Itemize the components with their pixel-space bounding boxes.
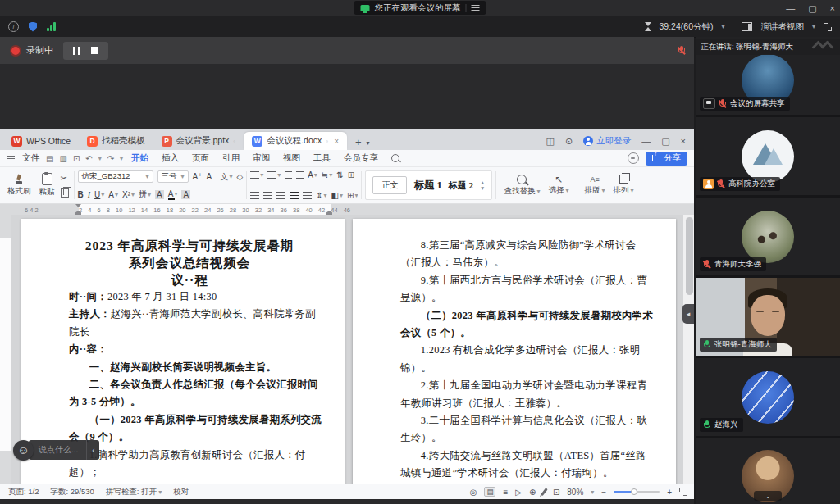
- timer-dropdown-caret[interactable]: ▾: [721, 23, 724, 30]
- split-view-icon[interactable]: ◫: [546, 136, 555, 147]
- borders-button[interactable]: ⊞▾: [347, 191, 358, 200]
- redo-icon[interactable]: ↷: [107, 154, 114, 163]
- text-effects-button[interactable]: 文▾: [220, 171, 232, 183]
- zoom-out-button[interactable]: −: [601, 488, 606, 497]
- wps-restore-button[interactable]: ▢: [661, 136, 669, 147]
- style-heading1[interactable]: 标题 1: [413, 179, 441, 193]
- decrease-font-button[interactable]: A⁻: [206, 172, 216, 181]
- zoom-level[interactable]: 80%: [567, 488, 583, 497]
- font-size-select[interactable]: 三号▾: [158, 170, 189, 183]
- align-distribute-button[interactable]: [303, 192, 312, 199]
- menu-insert[interactable]: 插入: [162, 152, 179, 164]
- web-view-icon[interactable]: ⊕: [529, 488, 536, 497]
- vertical-ruler[interactable]: [0, 215, 11, 484]
- word-count[interactable]: 字数: 29/530: [51, 487, 94, 497]
- meeting-info-icon[interactable]: i: [8, 21, 19, 32]
- arrange-button[interactable]: 排列▾: [609, 170, 638, 201]
- participant-tile-partial[interactable]: ⌄: [696, 438, 840, 504]
- font-name-select[interactable]: 仿宋_GB2312▾: [78, 170, 153, 183]
- tab-wps-home[interactable]: W WPS Office: [3, 132, 79, 150]
- minimize-button[interactable]: —: [786, 0, 795, 16]
- view-dropdown-caret[interactable]: ▾: [812, 23, 815, 30]
- bullets-button[interactable]: ▾: [250, 171, 263, 179]
- clear-format-button[interactable]: ◇: [236, 172, 243, 181]
- proofread-button[interactable]: 校对: [173, 487, 189, 497]
- print-icon[interactable]: ▥: [59, 154, 66, 163]
- wps-close-button[interactable]: ×: [681, 136, 686, 146]
- watching-screen-banner[interactable]: 您正在观看会议的屏幕: [354, 1, 486, 15]
- italic-button[interactable]: I: [88, 190, 90, 199]
- toolbar-caret[interactable]: ▾: [120, 155, 123, 162]
- cut-button[interactable]: ✂: [61, 174, 69, 183]
- sidebar-collapse-handle[interactable]: ◂: [682, 304, 694, 324]
- style-heading2[interactable]: 标题 2: [449, 179, 473, 192]
- zoom-in-button[interactable]: +: [667, 488, 672, 497]
- copy-button[interactable]: [61, 188, 69, 198]
- underline-button[interactable]: U▾: [94, 190, 104, 199]
- align-justify-button[interactable]: [290, 192, 299, 199]
- help-icon[interactable]: ⊙: [565, 136, 573, 147]
- main-menu-icon[interactable]: [7, 156, 15, 161]
- pinyin-guide-button[interactable]: 拼▾: [139, 188, 151, 200]
- collapse-chat-icon[interactable]: ‹: [86, 440, 99, 460]
- pause-recording-button[interactable]: [73, 47, 80, 55]
- menu-reference[interactable]: 引用: [222, 152, 240, 164]
- pin-icon[interactable]: ◦: [233, 138, 235, 145]
- view-mode-selector[interactable]: 演讲者视图: [760, 21, 804, 33]
- scroll-more-chevron[interactable]: ⌄: [754, 491, 782, 501]
- paste-button[interactable]: 粘贴: [35, 170, 59, 201]
- find-replace-button[interactable]: 查找替换▾: [500, 170, 544, 201]
- emoji-icon[interactable]: ☺: [13, 440, 34, 461]
- typeset-button[interactable]: A≡ 排版▾: [581, 170, 609, 201]
- zoom-caret[interactable]: ▾: [591, 488, 594, 496]
- message-icon[interactable]: [628, 152, 639, 164]
- banner-menu-icon[interactable]: [472, 5, 480, 11]
- new-tab-button[interactable]: +: [347, 136, 367, 150]
- tab-docer-templates[interactable]: D 找稻壳模板: [79, 132, 153, 150]
- outline-view-icon[interactable]: ≡: [503, 488, 508, 497]
- wps-minimize-button[interactable]: —: [641, 136, 651, 146]
- numbering-button[interactable]: ▾: [267, 171, 281, 179]
- undo-caret[interactable]: ▾: [98, 155, 102, 162]
- menu-file[interactable]: 文件: [22, 152, 39, 164]
- save-icon[interactable]: ▤: [46, 154, 53, 163]
- document-canvas[interactable]: 2023 年高原科学与可持续发展暑期 系列会议总结视频会 议··程 时··间：2…: [0, 215, 694, 484]
- format-painter-button[interactable]: 格式刷: [3, 170, 35, 201]
- security-shield-icon[interactable]: [29, 22, 37, 32]
- participant-tile-liqiang[interactable]: 青海师大李强: [696, 198, 840, 275]
- align-center-button[interactable]: [263, 192, 272, 199]
- undo-icon[interactable]: ↶: [85, 154, 92, 163]
- decrease-indent-button[interactable]: [285, 171, 292, 179]
- font-color-button[interactable]: A▾: [168, 189, 178, 200]
- network-signal-icon[interactable]: [47, 22, 56, 31]
- document-page-2[interactable]: 8.第三届“高原减灾与综合风险防御”学术研讨会（汇报人：马伟东）。 9.第十届西…: [353, 219, 676, 484]
- read-mode-icon[interactable]: ▷: [515, 488, 522, 497]
- increase-indent-button[interactable]: [296, 171, 304, 179]
- superscript-button[interactable]: X²▾: [122, 190, 135, 199]
- style-normal[interactable]: 正文: [372, 176, 407, 194]
- bold-button[interactable]: B: [78, 190, 84, 199]
- shading-button[interactable]: ◧▾: [331, 191, 343, 200]
- ink-pen-icon[interactable]: [541, 488, 548, 495]
- menu-tools[interactable]: 工具: [313, 152, 331, 164]
- maximize-button[interactable]: ▢: [808, 0, 816, 16]
- close-button[interactable]: ×: [830, 0, 835, 16]
- char-scale-button[interactable]: A▾: [308, 170, 317, 179]
- sort-button[interactable]: ⇅: [336, 170, 343, 179]
- chat-input[interactable]: 说点什么... ‹: [29, 440, 99, 460]
- zoom-slider[interactable]: [614, 491, 660, 493]
- fit-page-icon[interactable]: ⊡: [553, 488, 559, 497]
- increase-font-button[interactable]: A⁺: [193, 172, 203, 181]
- document-scrollbar[interactable]: [683, 215, 694, 484]
- pin-icon[interactable]: ◦: [326, 138, 328, 145]
- preview-icon[interactable]: ⊡: [73, 154, 80, 163]
- login-button[interactable]: 立即登录: [583, 135, 631, 147]
- page-view-icon[interactable]: ▤: [484, 487, 495, 497]
- line-spacing-button[interactable]: ⇕▾: [316, 191, 326, 200]
- eye-protect-icon[interactable]: ◎: [470, 488, 477, 497]
- tab-stop-button[interactable]: ⊞: [348, 170, 354, 179]
- share-button[interactable]: 分享: [646, 152, 687, 166]
- fullscreen-icon[interactable]: [824, 23, 832, 31]
- close-tab-icon[interactable]: ×: [334, 137, 339, 146]
- participant-tile-zhangmingjin[interactable]: 张明锦-青海师大: [696, 278, 840, 356]
